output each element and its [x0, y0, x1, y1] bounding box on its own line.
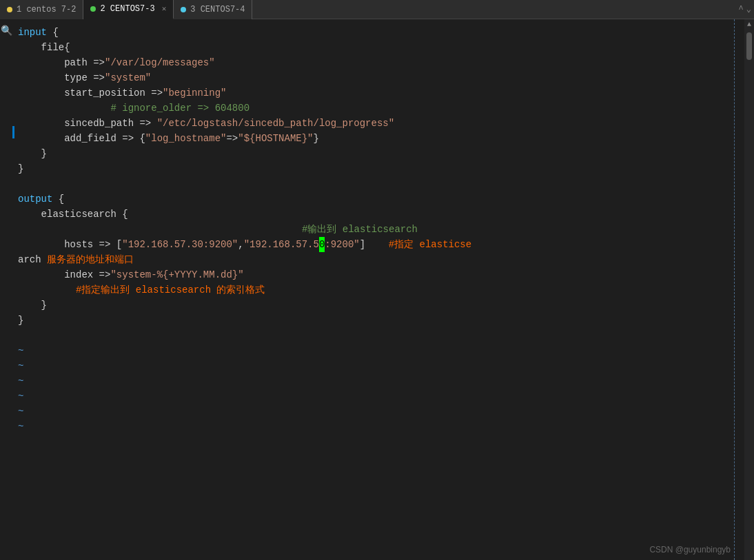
code-line-12: output {	[12, 191, 744, 207]
tab-bar: 1 centos 7-2 2 CENTOS7-3 ✕ 3 CENTOS7-4 ^…	[0, 0, 754, 19]
tab-2[interactable]: 2 CENTOS7-3 ✕	[83, 0, 174, 19]
tab-3-label: 3 CENTOS7-4	[190, 5, 245, 14]
tab-2-dot	[90, 6, 96, 12]
code-line-6: # ignore_older => 604800	[12, 101, 744, 116]
code-line-18: }	[12, 298, 744, 313]
search-icon[interactable]: 🔍	[1, 25, 12, 37]
code-line-4: type =>"system"	[12, 70, 744, 85]
code-line-8: add_field => {"log_hostname"=>"${HOSTNAM…	[12, 131, 744, 146]
code-line-23: ~	[12, 373, 744, 388]
code-line-25: ~	[12, 404, 744, 419]
code-line-9: }	[12, 146, 744, 161]
code-line-10: }	[12, 161, 744, 176]
tab-3[interactable]: 3 CENTOS7-4	[174, 0, 252, 19]
code-line-24: ~	[12, 388, 744, 404]
tab-1[interactable]: 1 centos 7-2	[0, 0, 83, 19]
code-line-20	[12, 328, 744, 343]
tab-3-dot	[181, 7, 186, 12]
code-line-21: ~	[12, 343, 744, 358]
tab-1-dot	[7, 7, 12, 12]
code-line-15b: arch 服务器的地址和端口	[12, 252, 744, 267]
code-line-15: hosts => ["192.168.57.30:9200","192.168.…	[12, 237, 744, 252]
code-line-16: index =>"system-%{+YYYY.MM.dd}"	[12, 267, 744, 282]
code-line-2: file{	[12, 40, 744, 55]
scrollbar[interactable]: ▲	[744, 19, 754, 560]
scrollbar-thumb[interactable]	[746, 32, 752, 60]
code-area[interactable]: input { file{ path =>"/var/log/messages"…	[12, 19, 744, 560]
tab-2-label: 2 CENTOS7-3	[100, 4, 154, 14]
code-line-17: #指定输出到 elasticsearch 的索引格式	[12, 282, 744, 298]
code-line-26: ~	[12, 419, 744, 434]
scrollbar-up-arrow[interactable]: ▲	[746, 19, 753, 30]
code-line-11	[12, 176, 744, 191]
code-line-22: ~	[12, 358, 744, 373]
tab-scroll-up[interactable]: ^	[739, 5, 744, 14]
tab-1-label: 1 centos 7-2	[17, 5, 76, 14]
tab-2-close[interactable]: ✕	[162, 4, 167, 13]
dashed-line	[734, 19, 735, 560]
watermark: CSDN @guyunbingyb	[649, 545, 731, 554]
code-line-3: path =>"/var/log/messages"	[12, 55, 744, 70]
code-line-1: input {	[12, 25, 744, 40]
code-line-7: sincedb_path => "/etc/logstash/sincedb_p…	[12, 116, 744, 131]
left-indicator	[12, 126, 14, 138]
highlight-zero: 0	[319, 237, 325, 252]
tab-bar-end: ^ ⌄	[739, 4, 751, 14]
editor-container: 🔍 input { file{ path =>"/var/log/message…	[0, 19, 754, 560]
code-line-14: #输出到 elasticsearch	[12, 222, 744, 237]
keyword-output: output	[18, 191, 52, 207]
keyword-input: input	[18, 25, 47, 40]
left-gutter: 🔍	[0, 19, 12, 560]
code-line-19: }	[12, 313, 744, 328]
code-line-5: start_position =>"beginning"	[12, 85, 744, 101]
tab-scroll-down[interactable]: ⌄	[746, 4, 751, 14]
code-line-13: elasticsearch {	[12, 207, 744, 222]
